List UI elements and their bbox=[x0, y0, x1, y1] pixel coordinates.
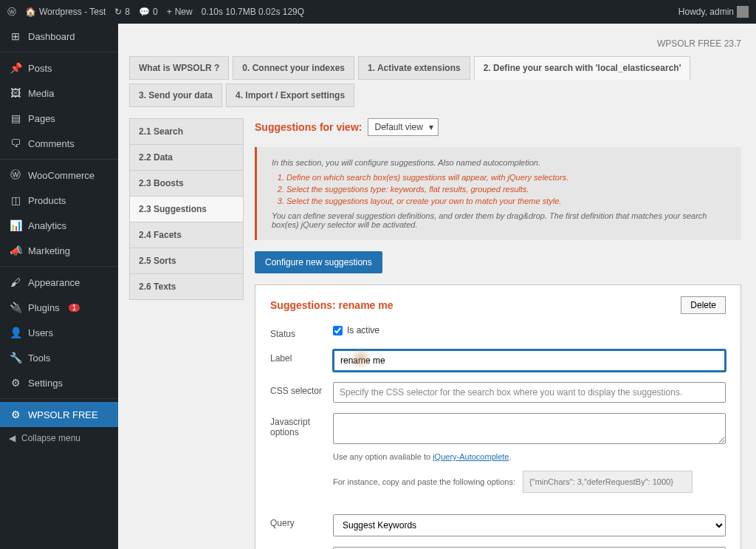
admin-top-bar: ⓦ 🏠 Wordpress - Test ↻ 8 💬 0 + New 0.10s… bbox=[0, 0, 756, 24]
wpsolr-icon: ⚙ bbox=[9, 408, 22, 421]
appearance-icon: 🖌 bbox=[9, 276, 22, 289]
sidebar-item-posts[interactable]: 📌Posts bbox=[0, 55, 118, 81]
sidebar-item-dashboard[interactable]: ⊞Dashboard bbox=[0, 24, 118, 49]
debug-stats: 0.10s 10.7MB 0.02s 129Q bbox=[202, 7, 304, 17]
howdy-link[interactable]: Howdy, admin bbox=[678, 6, 749, 18]
avatar bbox=[737, 6, 749, 18]
configure-new-button[interactable]: Configure new suggestions bbox=[255, 251, 382, 273]
view-select[interactable]: Default view bbox=[368, 118, 438, 136]
tab-activate[interactable]: 1. Activate extensions bbox=[358, 56, 470, 80]
sidebar-item-comments[interactable]: 🗨Comments bbox=[0, 131, 118, 156]
delete-button[interactable]: Delete bbox=[681, 296, 726, 314]
content-area: WPSOLR FREE 23.7 What is WPSOLR ? 0. Con… bbox=[118, 24, 756, 549]
css-selector-input[interactable] bbox=[333, 382, 726, 403]
subnav-suggestions[interactable]: 2.3 Suggestions bbox=[129, 196, 244, 222]
sub-nav: 2.1 Search 2.2 Data 2.3 Boosts 2.3 Sugge… bbox=[129, 118, 244, 549]
subnav-data[interactable]: 2.2 Data bbox=[129, 144, 244, 171]
jquery-autocomplete-link[interactable]: jQuery-Autocomplete bbox=[433, 452, 509, 461]
media-icon: 🖾 bbox=[9, 86, 22, 100]
updates-link[interactable]: ↻ 8 bbox=[114, 7, 130, 17]
woocommerce-icon: ⓦ bbox=[9, 168, 22, 182]
sidebar-item-pages[interactable]: ▤Pages bbox=[0, 106, 118, 131]
sidebar-item-wpsolr[interactable]: ⚙WPSOLR FREE bbox=[0, 402, 118, 427]
query-select[interactable]: Suggest Keywords bbox=[333, 514, 726, 536]
users-icon: 👤 bbox=[9, 326, 22, 339]
tab-define-search[interactable]: 2. Define your search with 'local_elasti… bbox=[474, 56, 691, 80]
version-label: WPSOLR FREE 23.7 bbox=[129, 38, 741, 49]
sidebar-item-analytics[interactable]: 📊Analytics bbox=[0, 213, 118, 238]
tools-icon: 🔧 bbox=[9, 351, 22, 364]
settings-icon: ⚙ bbox=[9, 376, 22, 389]
sidebar-item-products[interactable]: ◫Products bbox=[0, 188, 118, 213]
view-header-label: Suggestions for view: bbox=[255, 121, 362, 133]
main-tabs: What is WPSOLR ? 0. Connect your indexes… bbox=[129, 56, 741, 107]
sidebar-item-tools[interactable]: 🔧Tools bbox=[0, 345, 118, 370]
suggestion-card: Suggestions: rename me Delete Status Is … bbox=[255, 284, 741, 549]
sidebar-item-marketing[interactable]: 📣Marketing bbox=[0, 238, 118, 263]
plugins-icon: 🔌 bbox=[9, 301, 22, 314]
analytics-icon: 📊 bbox=[9, 219, 22, 232]
collapse-icon: ◀ bbox=[9, 433, 16, 443]
subnav-facets[interactable]: 2.4 Facets bbox=[129, 222, 244, 248]
subnav-boosts[interactable]: 2.3 Boosts bbox=[129, 170, 244, 197]
js-example-label: For instance, copy and paste the followi… bbox=[333, 476, 515, 488]
products-icon: ◫ bbox=[9, 194, 22, 207]
dashboard-icon: ⊞ bbox=[9, 30, 22, 43]
collapse-menu[interactable]: ◀Collapse menu bbox=[0, 427, 118, 449]
is-active-label: Is active bbox=[347, 325, 379, 335]
label-label: Label bbox=[270, 349, 333, 364]
label-input[interactable] bbox=[333, 349, 726, 372]
sidebar-item-settings[interactable]: ⚙Settings bbox=[0, 370, 118, 395]
wp-logo[interactable]: ⓦ bbox=[7, 6, 16, 18]
pages-icon: ▤ bbox=[9, 112, 22, 125]
sidebar-item-users[interactable]: 👤Users bbox=[0, 320, 118, 345]
js-options-label: Javascript options bbox=[270, 413, 333, 437]
comments-link[interactable]: 💬 0 bbox=[139, 7, 158, 17]
info-box: In this section, you will configure sugg… bbox=[255, 147, 741, 240]
subnav-search[interactable]: 2.1 Search bbox=[129, 118, 244, 145]
is-active-checkbox[interactable] bbox=[333, 326, 343, 335]
plugins-badge: 1 bbox=[69, 304, 80, 312]
posts-icon: 📌 bbox=[9, 61, 22, 75]
css-selector-label: CSS selector bbox=[270, 382, 333, 396]
admin-sidebar: ⊞Dashboard 📌Posts 🖾Media ▤Pages 🗨Comment… bbox=[0, 24, 118, 549]
comments-icon: 🗨 bbox=[9, 137, 22, 150]
site-link[interactable]: 🏠 Wordpress - Test bbox=[25, 7, 106, 17]
subnav-sorts[interactable]: 2.5 Sorts bbox=[129, 248, 244, 274]
status-label: Status bbox=[270, 325, 333, 339]
js-example-value: {"minChars": 3,"deferRequestBy": 1000} bbox=[523, 471, 693, 494]
js-help-text: Use any option available to jQuery-Autoc… bbox=[333, 451, 726, 463]
js-options-input[interactable] bbox=[333, 413, 726, 444]
tab-import-export[interactable]: 4. Import / Export settings bbox=[226, 83, 354, 107]
query-label: Query bbox=[270, 514, 333, 528]
sidebar-item-appearance[interactable]: 🖌Appearance bbox=[0, 270, 118, 295]
sidebar-item-woocommerce[interactable]: ⓦWooCommerce bbox=[0, 163, 118, 188]
card-title: Suggestions: rename me bbox=[270, 299, 394, 311]
sidebar-item-plugins[interactable]: 🔌Plugins1 bbox=[0, 295, 118, 320]
tab-connect[interactable]: 0. Connect your indexes bbox=[233, 56, 354, 80]
marketing-icon: 📣 bbox=[9, 244, 22, 257]
new-link[interactable]: + New bbox=[167, 7, 193, 17]
subnav-texts[interactable]: 2.6 Texts bbox=[129, 273, 244, 300]
tab-what-is[interactable]: What is WPSOLR ? bbox=[129, 56, 229, 80]
sidebar-item-media[interactable]: 🖾Media bbox=[0, 81, 118, 106]
tab-send-data[interactable]: 3. Send your data bbox=[129, 83, 222, 107]
